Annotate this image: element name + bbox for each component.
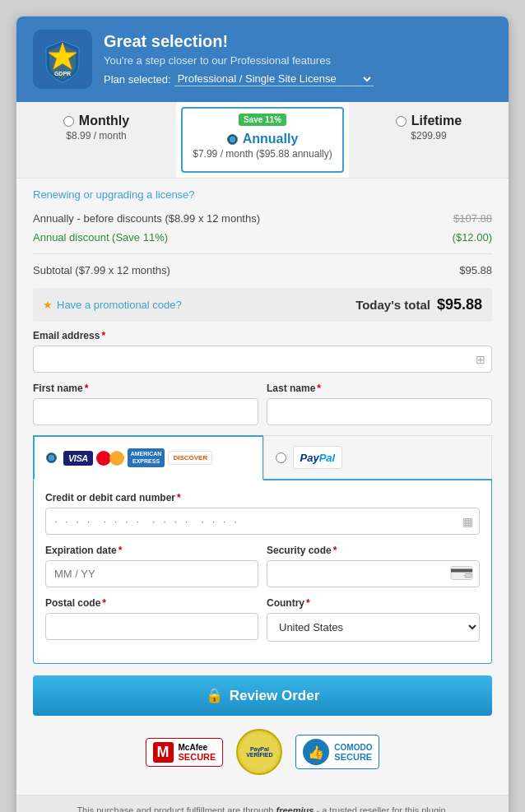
radio-monthly[interactable] [63, 116, 74, 127]
expiry-group: Expiration date* [45, 545, 258, 587]
plan-label: Plan selected: [104, 73, 171, 86]
card-number-label: Credit or debit card number* [45, 492, 480, 503]
subtotal-amount: $95.88 [459, 264, 492, 276]
card-number-wrapper: ▦ [45, 508, 480, 535]
card-number-input[interactable] [45, 508, 480, 535]
mcafee-badge: M McAfee SECURE [146, 738, 224, 767]
review-order-label: Review Order [230, 688, 320, 704]
postal-label: Postal code* [45, 597, 258, 609]
billing-tabs: Monthly $8.99 / month Save 11% Annually … [16, 102, 509, 179]
svg-rect-3 [451, 566, 472, 579]
postal-country-row: Postal code* Country* United States Unit… [45, 597, 480, 642]
form-row-name: First name* Last name* [33, 383, 492, 425]
header-icon: GDPR [33, 30, 92, 89]
tab-annually[interactable]: Save 11% Annually $7.99 / month ($95.88 … [181, 107, 344, 173]
tab-lifetime-price: $299.99 [357, 130, 500, 142]
comodo-secure-label: SECURE [334, 752, 372, 762]
freemius-brand: freemius [276, 805, 314, 812]
security-wrapper [267, 560, 480, 587]
discount-amount: ($12.00) [453, 231, 492, 244]
divider-1 [33, 253, 492, 254]
contact-form: Email address* ⊞ First name* [33, 330, 492, 425]
subtotal-label: Subtotal ($7.99 x 12 months) [33, 264, 170, 276]
tab-monthly-label: Monthly [79, 114, 129, 128]
card-fields: Credit or debit card number* ▦ Expiratio… [33, 480, 492, 664]
tab-lifetime[interactable]: Lifetime $299.99 [349, 102, 509, 178]
footer: This purchase and product fulfillment ar… [16, 795, 509, 812]
security-label: Security code* [267, 545, 480, 556]
first-name-input[interactable] [33, 398, 258, 425]
card-number-group: Credit or debit card number* ▦ [45, 492, 480, 535]
email-icon: ⊞ [476, 353, 486, 366]
discount-label: Annual discount (Save 11%) [33, 231, 168, 244]
footer-suffix: - a trusted reseller for this plugin. [316, 805, 448, 812]
first-name-group: First name* [33, 383, 258, 425]
today-total-label: Today's total [355, 298, 430, 312]
payment-methods: VISA AMERICANEXPRESS DISCOVER PayPal [33, 435, 492, 480]
radio-card[interactable] [46, 452, 57, 463]
review-order-button[interactable]: 🔒 Review Order [33, 675, 492, 716]
mastercard-logo [96, 449, 124, 467]
visa-logo: VISA [63, 451, 93, 466]
tab-lifetime-label: Lifetime [411, 114, 462, 128]
body: Renewing or upgrading a license? Annuall… [16, 179, 509, 795]
renew-link[interactable]: Renewing or upgrading a license? [33, 179, 492, 209]
payment-card-tab[interactable]: VISA AMERICANEXPRESS DISCOVER [33, 435, 263, 480]
tab-monthly[interactable]: Monthly $8.99 / month [16, 102, 176, 178]
header-title: Great selection! [104, 32, 374, 51]
paypal-logo: PayPal [293, 446, 343, 469]
comodo-label: COMODO [334, 743, 372, 752]
mcafee-label: McAfee [179, 743, 216, 752]
postal-input[interactable] [45, 613, 258, 640]
country-select[interactable]: United States United Kingdom Canada Aust… [267, 613, 480, 642]
checkout-card: GDPR Great selection! You're a step clos… [16, 16, 509, 812]
svg-text:GDPR: GDPR [54, 71, 71, 77]
before-discount-amount: $107.88 [453, 212, 492, 225]
comodo-badge: 👍 COMODO SECURE [295, 735, 379, 769]
plan-select[interactable]: Professional / Single Site License Profe… [174, 72, 374, 86]
radio-paypal[interactable] [276, 452, 286, 463]
before-discount-row: Annually - before discounts ($8.99 x 12 … [33, 209, 492, 228]
discover-logo: DISCOVER [168, 451, 212, 465]
email-input[interactable] [33, 346, 492, 373]
card-logos: VISA AMERICANEXPRESS DISCOVER [63, 448, 212, 467]
mcafee-secure-label: SECURE [179, 752, 216, 762]
security-group: Security code* [267, 545, 480, 587]
star-icon: ★ [43, 299, 53, 311]
postal-group: Postal code* [45, 597, 258, 642]
paypal-verified-badge: PayPal VERIFIED [236, 729, 282, 775]
last-name-input[interactable] [267, 398, 492, 425]
tab-annually-label: Annually [243, 132, 299, 146]
radio-lifetime[interactable] [396, 116, 407, 127]
first-name-label: First name* [33, 383, 258, 394]
trust-badges: M McAfee SECURE PayPal VERIFIED 👍 COMODO… [33, 716, 492, 778]
payment-paypal-tab[interactable]: PayPal [263, 435, 493, 479]
save-badge: Save 11% [239, 114, 286, 126]
promo-link[interactable]: ★ Have a promotional code? [43, 299, 182, 311]
subtotal-row: Subtotal ($7.99 x 12 months) $95.88 [33, 261, 492, 280]
today-total-amount: $95.88 [437, 296, 482, 313]
radio-annually[interactable] [227, 134, 238, 145]
paypal-verified-line1: PayPal [250, 746, 269, 752]
email-label: Email address* [33, 330, 492, 341]
expiry-input[interactable] [45, 560, 258, 587]
mcafee-text: McAfee SECURE [179, 743, 216, 762]
paypal-verified-line2: VERIFIED [246, 752, 272, 758]
promo-link-text: Have a promotional code? [57, 299, 182, 311]
country-label: Country* [267, 597, 480, 609]
lock-icon: 🔒 [206, 687, 223, 704]
comodo-thumb-icon: 👍 [303, 739, 329, 765]
country-group: Country* United States United Kingdom Ca… [267, 597, 480, 642]
header-subtitle: You're a step closer to our Professional… [104, 54, 374, 67]
last-name-group: Last name* [267, 383, 492, 425]
email-input-wrapper: ⊞ [33, 346, 492, 373]
before-discount-label: Annually - before discounts ($8.99 x 12 … [33, 212, 260, 225]
header-text: Great selection! You're a step closer to… [104, 32, 374, 87]
amex-logo: AMERICANEXPRESS [128, 448, 165, 467]
discount-row: Annual discount (Save 11%) ($12.00) [33, 228, 492, 247]
expiry-security-row: Expiration date* Security code* [45, 545, 480, 587]
security-input[interactable] [267, 560, 480, 587]
promo-total-row: ★ Have a promotional code? Today's total… [33, 288, 492, 322]
card-icon: ▦ [462, 515, 473, 528]
svg-rect-5 [465, 573, 472, 577]
